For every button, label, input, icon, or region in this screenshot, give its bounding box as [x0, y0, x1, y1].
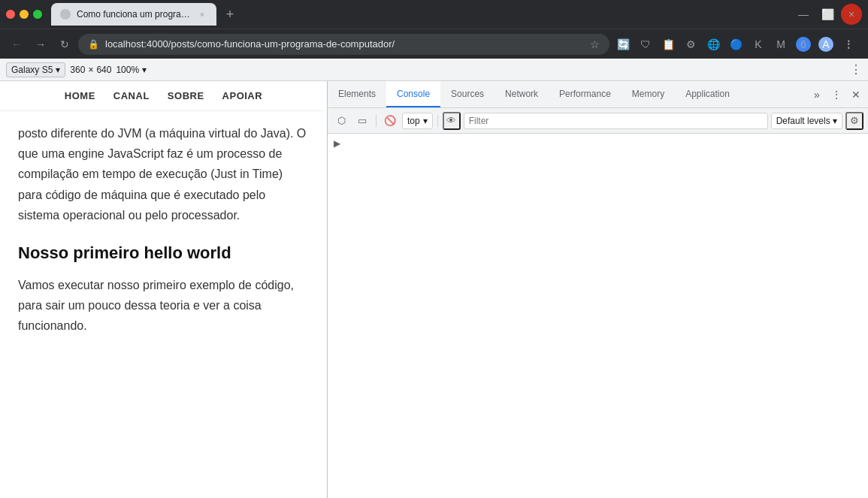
minimize-window-button[interactable]	[20, 10, 29, 19]
tab-title: Como funciona um programa d	[77, 9, 191, 20]
address-bar[interactable]: 🔒 localhost:4000/posts/como-funciona-um-…	[78, 34, 609, 55]
window-minimize-icon[interactable]: —	[793, 4, 814, 25]
tab-sources[interactable]: Sources	[440, 81, 494, 107]
more-tabs-icon: »	[814, 89, 820, 101]
back-icon: ←	[11, 38, 22, 50]
tab-console-label: Console	[397, 89, 430, 99]
toolbar-separator-1	[376, 115, 377, 127]
levels-selector[interactable]: Default levels ▾	[771, 113, 842, 129]
back-button[interactable]: ←	[6, 34, 27, 55]
tab-application[interactable]: Application	[675, 81, 740, 107]
height-value[interactable]: 640	[96, 65, 111, 75]
ext-icon-2[interactable]: 🛡	[635, 34, 656, 55]
ext-icon-3[interactable]: 📋	[658, 34, 679, 55]
console-expand-arrow[interactable]: ▶	[328, 137, 868, 150]
content-paragraph-1: posto diferente do JVM (a máquina virtua…	[18, 123, 309, 225]
width-value[interactable]: 360	[70, 65, 85, 75]
settings-icon: ⚙	[850, 115, 859, 126]
more-tabs-button[interactable]: »	[808, 86, 826, 104]
clear-icon: 🚫	[384, 115, 396, 126]
browser-menu-button[interactable]: ⋮	[838, 34, 859, 55]
ext-icon-6[interactable]: 🔵	[725, 34, 746, 55]
ext-icon-1[interactable]: 🔄	[612, 34, 634, 55]
window-restore-icon[interactable]: ⬜	[817, 4, 838, 25]
devtools-close-icon: ✕	[851, 89, 860, 101]
device-icon: ▭	[358, 115, 367, 126]
forward-icon: →	[35, 38, 46, 50]
clear-console-button[interactable]: 🚫	[381, 112, 399, 130]
inspect-icon: ⬡	[337, 115, 346, 126]
ext-icon-8[interactable]: M	[770, 34, 791, 55]
reload-icon: ↻	[60, 38, 69, 50]
reload-button[interactable]: ↻	[54, 34, 75, 55]
nav-item-sobre[interactable]: SOBRE	[168, 90, 204, 101]
page-area: HOME CANAL SOBRE APOIAR posto diferente …	[0, 81, 327, 498]
profile-avatar[interactable]: A	[815, 34, 836, 55]
tab-elements[interactable]: Elements	[328, 81, 386, 107]
tab-application-label: Application	[685, 89, 730, 99]
tab-console[interactable]: Console	[386, 81, 440, 107]
ext-icon-5[interactable]: 🌐	[703, 34, 724, 55]
close-window-button[interactable]	[6, 10, 15, 19]
nav-item-canal[interactable]: CANAL	[113, 90, 150, 101]
window-close-icon[interactable]: ×	[841, 4, 862, 25]
tab-favicon	[60, 9, 71, 20]
active-tab[interactable]: Como funciona um programa d ×	[51, 3, 216, 26]
tab-sources-label: Sources	[451, 89, 484, 99]
maximize-window-button[interactable]	[33, 10, 42, 19]
inspect-element-button[interactable]: ⬡	[332, 112, 350, 130]
vertical-dots-icon: ⋮	[831, 89, 842, 101]
devtools-tabs: Elements Console Sources Network Perform…	[328, 81, 868, 108]
device-toolbar: Galaxy S5 ▾ 360 × 640 100% ▾ ⋮	[0, 59, 868, 81]
site-navigation: HOME CANAL SOBRE APOIAR	[0, 81, 327, 111]
lock-icon: 🔒	[88, 39, 99, 50]
new-tab-button[interactable]: +	[219, 4, 240, 25]
tab-memory[interactable]: Memory	[622, 81, 675, 107]
content-area: HOME CANAL SOBRE APOIAR posto diferente …	[0, 81, 868, 498]
zoom-dropdown-icon: ▾	[142, 65, 147, 75]
window-controls	[6, 10, 42, 19]
page-content: posto diferente do JVM (a máquina virtua…	[0, 111, 327, 361]
devtools-toolbar: ⬡ ▭ 🚫 top ▾ 👁 Default	[328, 108, 868, 134]
levels-label: Default levels ▾	[776, 116, 837, 126]
devtools-tab-actions: » ⋮ ✕	[805, 81, 868, 107]
dimension-inputs: 360 × 640	[70, 65, 111, 75]
forward-button[interactable]: →	[30, 34, 51, 55]
devtools-panel: Elements Console Sources Network Perform…	[327, 81, 868, 498]
device-toolbar-more-button[interactable]: ⋮	[850, 62, 862, 77]
context-dropdown-icon: ▾	[423, 116, 428, 126]
toolbar-separator-2	[437, 115, 438, 127]
zoom-value: 100%	[116, 65, 139, 75]
tab-network-label: Network	[505, 89, 538, 99]
console-area: ▶	[328, 134, 868, 498]
context-selector[interactable]: top ▾	[402, 113, 433, 129]
console-settings-button[interactable]: ⚙	[845, 112, 863, 130]
devtools-close-button[interactable]: ✕	[847, 86, 865, 104]
tab-close-button[interactable]: ×	[197, 9, 207, 20]
nav-bar: ← → ↻ 🔒 localhost:4000/posts/como-funcio…	[0, 29, 868, 59]
context-value: top	[407, 116, 420, 126]
eye-icon: 👁	[446, 115, 456, 126]
ext-icon-9[interactable]: 6	[793, 34, 814, 55]
tab-performance[interactable]: Performance	[549, 81, 622, 107]
tab-bar: Como funciona um programa d × +	[51, 3, 787, 26]
content-paragraph-2: Vamos executar nosso primeiro exemplo de…	[18, 275, 309, 337]
ext-icon-7[interactable]: K	[748, 34, 769, 55]
url-text: localhost:4000/posts/como-funciona-um-pr…	[105, 38, 584, 50]
device-selector[interactable]: Galaxy S5 ▾	[6, 62, 65, 77]
title-bar: Como funciona um programa d × + — ⬜ ×	[0, 0, 868, 29]
filter-input[interactable]	[464, 113, 768, 129]
nav-item-apoiar[interactable]: APOIAR	[222, 90, 263, 101]
ext-icon-4[interactable]: ⚙	[680, 34, 701, 55]
browser-window: Como funciona um programa d × + — ⬜ × ← …	[0, 0, 868, 498]
device-name: Galaxy S5	[11, 65, 53, 75]
bookmark-icon[interactable]: ☆	[590, 38, 600, 50]
content-heading: Nosso primeiro hello world	[18, 243, 309, 263]
nav-item-home[interactable]: HOME	[65, 90, 95, 101]
eye-button[interactable]: 👁	[443, 112, 461, 130]
devtools-settings-button[interactable]: ⋮	[827, 86, 845, 104]
expand-icon: ▶	[334, 138, 340, 149]
device-emulation-button[interactable]: ▭	[353, 112, 371, 130]
zoom-selector[interactable]: 100% ▾	[116, 65, 147, 75]
tab-network[interactable]: Network	[494, 81, 549, 107]
